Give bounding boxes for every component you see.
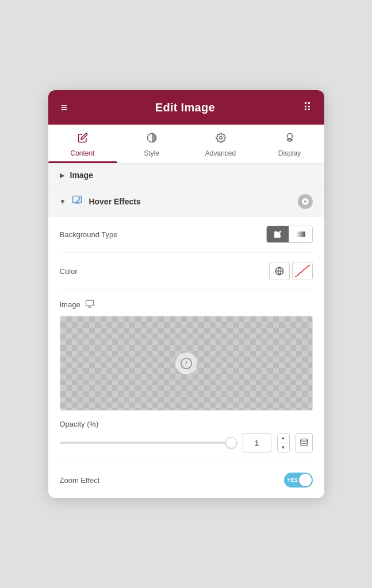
hover-effects-icon	[71, 195, 83, 209]
opacity-spinner: ▲ ▼	[277, 433, 290, 452]
pro-badge	[298, 194, 313, 209]
tab-display-label: Display	[278, 149, 301, 157]
opacity-label: Opacity (%)	[60, 411, 313, 433]
opacity-slider-track[interactable]	[60, 442, 237, 444]
tab-style[interactable]: Style	[117, 125, 186, 163]
advanced-tab-icon	[216, 133, 226, 146]
panel-header: ≡ Edit Image ⠿	[48, 90, 324, 125]
zoom-effect-toggle[interactable]: YES	[284, 473, 313, 488]
opacity-decrement-button[interactable]: ▼	[278, 443, 289, 452]
svg-point-2	[287, 134, 292, 139]
hover-effects-title: Hover Effects	[89, 197, 292, 206]
display-tab-icon	[285, 133, 295, 146]
tab-style-label: Style	[144, 149, 159, 157]
opacity-slider-row: 1 ▲ ▼	[60, 433, 313, 462]
menu-icon[interactable]: ≡	[61, 101, 68, 114]
image-upload-area[interactable]	[60, 316, 313, 411]
svg-point-10	[301, 439, 308, 441]
tabs-bar: Content Style Advanced	[48, 125, 324, 164]
svg-rect-5	[296, 231, 305, 237]
image-field-label-row: Image	[60, 290, 313, 316]
background-type-toggle	[266, 226, 313, 243]
bg-type-gradient-button[interactable]	[289, 226, 312, 242]
tab-advanced-label: Advanced	[205, 149, 236, 157]
content-tab-icon	[78, 133, 88, 146]
opacity-stack-button[interactable]	[296, 433, 313, 452]
monitor-icon	[85, 299, 94, 310]
zoom-toggle-track[interactable]: YES	[284, 473, 313, 488]
color-label: Color	[60, 267, 78, 276]
background-type-row: Background Type	[60, 216, 313, 253]
style-tab-icon	[147, 133, 157, 146]
panel-title: Edit Image	[155, 101, 215, 114]
opacity-number-input[interactable]: 1	[243, 433, 271, 452]
hover-effects-section-bar[interactable]: ▼ Hover Effects	[48, 187, 324, 216]
color-controls	[269, 262, 313, 280]
image-label: Image	[60, 300, 80, 309]
hover-chevron-icon: ▼	[60, 198, 66, 205]
svg-point-1	[219, 137, 222, 140]
background-type-label: Background Type	[60, 230, 118, 239]
color-row: Color	[60, 253, 313, 290]
edit-image-panel: ≡ Edit Image ⠿ Content Style	[48, 90, 324, 498]
image-placeholder-icon	[175, 353, 197, 374]
image-section-title: Image	[70, 171, 93, 180]
image-section-bar[interactable]: ▶ Image	[48, 164, 324, 187]
opacity-increment-button[interactable]: ▲	[278, 434, 289, 443]
svg-rect-8	[86, 300, 93, 305]
tab-content[interactable]: Content	[48, 125, 117, 163]
zoom-toggle-yes-label: YES	[287, 477, 298, 483]
zoom-effect-label: Zoom Effect	[60, 476, 100, 485]
tab-content-label: Content	[70, 149, 94, 157]
image-chevron-icon: ▶	[60, 172, 64, 179]
color-clear-button[interactable]	[292, 262, 313, 280]
tab-advanced[interactable]: Advanced	[186, 125, 255, 163]
zoom-toggle-knob	[299, 474, 312, 486]
bg-type-solid-button[interactable]	[267, 226, 289, 242]
tab-display[interactable]: Display	[255, 125, 324, 163]
grid-icon[interactable]: ⠿	[303, 100, 312, 114]
color-globe-button[interactable]	[269, 262, 290, 280]
zoom-effect-row: Zoom Effect YES	[60, 462, 313, 498]
opacity-slider-thumb[interactable]	[225, 437, 237, 448]
content-area: Background Type Color	[48, 216, 324, 498]
